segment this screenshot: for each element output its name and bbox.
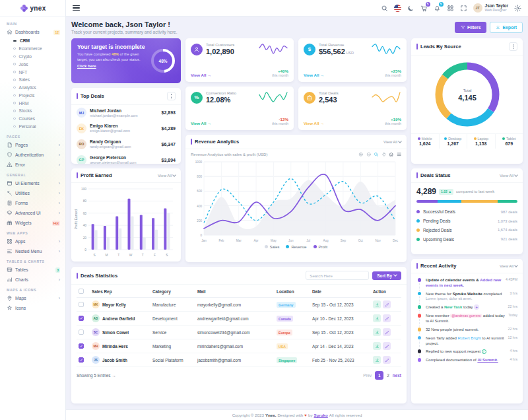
view-all-link[interactable]: View All →: [304, 121, 339, 125]
sidebar-subitem-projects[interactable]: Projects: [0, 91, 65, 99]
sidebar-subitem-hrm[interactable]: HRM: [0, 99, 65, 107]
table-row[interactable]: AGAndrew GarfieldDevelopmentandrewgarfie…: [77, 312, 401, 326]
sidebar-item-authentication[interactable]: Authentication›: [0, 150, 65, 160]
hamburger-icon[interactable]: [73, 4, 80, 12]
language-flag-icon[interactable]: [394, 5, 401, 12]
row-checkbox[interactable]: [79, 316, 84, 321]
chart-toolbar-icon[interactable]: [366, 152, 372, 157]
column-header-date[interactable]: Date: [310, 286, 371, 298]
search-icon[interactable]: [381, 5, 388, 12]
app-logo-text: ynex: [30, 5, 46, 12]
plus-chip-icon[interactable]: +: [474, 304, 479, 310]
pagination-page-2[interactable]: 2: [387, 373, 389, 378]
notifications-bell-icon[interactable]: 5: [434, 5, 441, 12]
chart-toolbar-icon[interactable]: [358, 152, 364, 157]
top-deal-row[interactable]: GPGeorge Pietersongeorge.pieterson@gmail…: [71, 152, 181, 164]
view-all-link[interactable]: View All →: [191, 121, 236, 125]
sidebar-item-charts[interactable]: Charts›: [0, 275, 65, 285]
export-button[interactable]: Export: [490, 22, 523, 33]
cart-icon[interactable]: 5: [420, 5, 428, 12]
table-row[interactable]: JSJacob SmithSocial Plataformjacobsmith@…: [77, 353, 401, 367]
table-row[interactable]: SCSimon CowelServicesimoncowel234@gmail.…: [77, 326, 401, 339]
sidebar-subitem-jobs[interactable]: Jobs: [0, 60, 65, 68]
row-checkbox[interactable]: [79, 343, 84, 349]
table-row[interactable]: MHMirinda HersMarketingmirindahers@gmail…: [77, 339, 401, 353]
table-row[interactable]: MKMayor KellyManufacturemayorkelly@gmail…: [77, 298, 401, 312]
sidebar-item-widgets[interactable]: WidgetsHot: [0, 218, 65, 228]
column-header-location[interactable]: Location: [275, 286, 310, 298]
sidebar-subitem-crypto[interactable]: Crypto: [0, 53, 65, 61]
pagination-next[interactable]: next: [393, 373, 401, 378]
sidebar-subitem-courses[interactable]: Courses: [0, 115, 65, 123]
select-all-checkbox[interactable]: [79, 289, 84, 294]
download-action-button[interactable]: [373, 314, 381, 322]
sidebar-item-dashboards[interactable]: Dashboards12: [0, 27, 65, 37]
fullscreen-icon[interactable]: [460, 5, 467, 12]
sidebar-item-pages[interactable]: Pages›: [0, 140, 65, 150]
chart-toolbar-icon[interactable]: [381, 152, 387, 157]
banner-click-here-link[interactable]: Click here: [77, 64, 96, 68]
sidebar-item-forms[interactable]: Forms›: [0, 198, 65, 208]
top-deal-row[interactable]: EKEmigo Kiarenemigo.kiaren@gmail.com$4,2…: [71, 121, 181, 137]
card-options-button[interactable]: [167, 92, 176, 100]
sidebar-item-utilities[interactable]: Utilities›: [0, 188, 65, 198]
svg-text:600: 600: [197, 190, 202, 193]
download-action-button[interactable]: [373, 328, 381, 336]
sidebar-subitem-ecommerce[interactable]: Ecommerce: [0, 45, 65, 53]
sidebar-item-error[interactable]: Error›: [0, 160, 65, 170]
view-all-dropdown[interactable]: View All: [383, 140, 401, 144]
sidebar-item-ui-elements[interactable]: Ui Elements›: [0, 178, 65, 188]
user-profile-chip[interactable]: JT Json Taylor Web Designer: [473, 3, 508, 13]
row-checkbox[interactable]: [79, 302, 84, 307]
edit-action-button[interactable]: [383, 342, 391, 350]
top-deal-row[interactable]: MJMichael Jordanmichael.jordan@example.c…: [71, 105, 181, 121]
column-header-sales-rep[interactable]: Sales Rep: [90, 286, 150, 298]
edit-action-button[interactable]: [383, 314, 391, 322]
sidebar-subitem-personal[interactable]: Personal: [0, 123, 65, 131]
app-logo[interactable]: ynex: [0, 0, 65, 17]
sidebar-item-nested-menu[interactable]: Nested Menu›: [0, 246, 65, 256]
chart-toolbar-icon[interactable]: [374, 152, 379, 157]
sidebar-item-tables[interactable]: Tables3: [0, 265, 65, 275]
sidebar-item-icons[interactable]: Icons: [0, 303, 65, 313]
row-checkbox[interactable]: [79, 357, 84, 363]
svg-text:4,145: 4,145: [458, 94, 477, 102]
download-action-button[interactable]: [373, 300, 381, 308]
sidebar-subitem-analytics[interactable]: Analytics: [0, 84, 65, 92]
edit-action-button[interactable]: [383, 300, 391, 308]
settings-gear-icon[interactable]: [514, 5, 521, 12]
sidebar-subitem-nft[interactable]: NFT: [0, 68, 65, 76]
column-header-category[interactable]: Category: [150, 286, 195, 298]
view-all-dropdown[interactable]: View All: [500, 264, 517, 268]
pagination-page-1[interactable]: 1: [375, 371, 383, 380]
sidebar-subitem-sales[interactable]: Sales: [0, 76, 65, 84]
sidebar-item-apps[interactable]: Apps›: [0, 236, 65, 246]
column-header-action[interactable]: Action: [371, 286, 401, 298]
view-all-dropdown[interactable]: View All: [158, 174, 176, 178]
view-all-link[interactable]: View All →: [304, 73, 354, 77]
download-action-button[interactable]: [373, 356, 381, 364]
apps-grid-icon[interactable]: [447, 5, 454, 12]
download-action-button[interactable]: [373, 342, 381, 350]
sidebar-item-maps[interactable]: Maps›: [0, 293, 65, 303]
deals-status-card: Deals Status View All 4,289 1.02 ▲ compa…: [411, 168, 523, 254]
sidebar-subitem-crm[interactable]: CRM: [0, 37, 65, 45]
view-all-dropdown[interactable]: View All: [500, 174, 517, 178]
chart-toolbar-icon[interactable]: [397, 152, 402, 157]
edit-action-button[interactable]: [383, 328, 391, 336]
search-input[interactable]: [306, 271, 369, 280]
card-options-button[interactable]: [509, 42, 517, 51]
row-checkbox[interactable]: [79, 330, 84, 335]
column-header-mail[interactable]: Mail: [195, 286, 275, 298]
edit-action-button[interactable]: [383, 356, 391, 364]
pagination-prev[interactable]: Prev: [363, 373, 372, 378]
chart-toolbar-icon[interactable]: [389, 152, 394, 157]
sidebar-subitem-stocks[interactable]: Stocks: [0, 107, 65, 115]
sidebar-item-advanced-ui[interactable]: Advanced Ui›: [0, 208, 65, 218]
sort-by-button[interactable]: Sort By: [372, 271, 401, 280]
top-deal-row[interactable]: RORandy Origoanrandy.origoan@gmail.com$6…: [71, 137, 181, 153]
spruko-link[interactable]: Spruko: [314, 413, 328, 417]
filters-button[interactable]: Filters: [455, 22, 486, 33]
dark-mode-icon[interactable]: [407, 5, 414, 12]
view-all-link[interactable]: View All →: [191, 73, 234, 77]
